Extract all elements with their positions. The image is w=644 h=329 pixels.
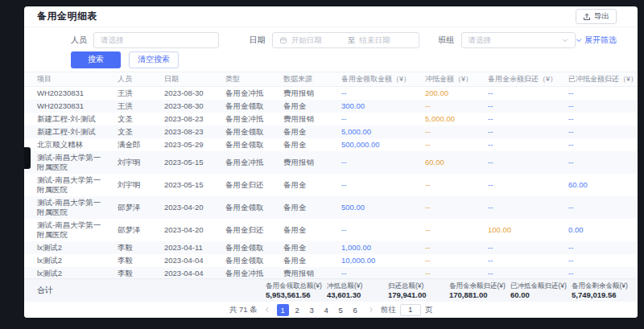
- chevron-down-icon: [576, 37, 582, 43]
- project-cell: WH20230831: [24, 86, 111, 100]
- goto-page-input[interactable]: [400, 304, 421, 316]
- page-button[interactable]: 6: [349, 304, 361, 316]
- page-button[interactable]: 4: [320, 304, 332, 316]
- page-button[interactable]: 3: [306, 304, 318, 316]
- table-row[interactable]: 新建工程-刘-测试文圣2023-08-23备用金领取备用金5,000.00---…: [24, 125, 638, 138]
- summary-item-label: 备用金余额归还(¥): [449, 282, 510, 290]
- amount-cell: --: [419, 254, 481, 267]
- source-cell: 备用金: [277, 254, 335, 267]
- export-button[interactable]: 导出: [576, 9, 617, 24]
- person-cell: 李毅: [111, 241, 158, 254]
- amount-cell: --: [481, 113, 562, 125]
- summary-item: 已冲抵金额归还(¥)60.00: [510, 282, 572, 299]
- summary-item-label: 已冲抵金额归还(¥): [510, 282, 572, 290]
- source-cell: 备用金: [277, 174, 335, 196]
- type-cell: 备用金冲抵: [219, 113, 277, 125]
- main-panel: 备用金明细表 导出 人员 请选择 日期 开始日期 至 结束日期 班组 请选择: [24, 6, 638, 318]
- source-cell: 费用报销: [277, 113, 335, 125]
- amount-cell: 60.00: [562, 174, 638, 196]
- source-cell: 费用报销: [277, 151, 335, 174]
- table-row[interactable]: WH20230831王洪2023-08-30备用金冲抵费用报销--200.00-…: [24, 86, 638, 100]
- clear-search-button[interactable]: 清空搜索: [129, 51, 179, 68]
- project-cell: lx测试2: [24, 267, 111, 279]
- total-row-label: 合计: [24, 285, 266, 296]
- filter-bar: 人员 请选择 日期 开始日期 至 结束日期 班组 请选择 展开筛选 搜索: [24, 27, 638, 72]
- person-cell: 文圣: [111, 125, 158, 138]
- project-cell: 新建工程-刘-测试: [24, 125, 111, 138]
- source-cell: 备用金: [277, 100, 335, 113]
- amount-cell: --: [335, 151, 419, 174]
- date-cell: 2023-04-11: [158, 241, 219, 254]
- amount-cell: --: [481, 267, 562, 279]
- amount-cell: --: [562, 196, 638, 219]
- table-row[interactable]: 测试-南昌大学第一附属医院刘宇明2023-05-15备用金冲抵费用报销--60.…: [24, 151, 638, 174]
- amount-cell: 300.00: [335, 100, 419, 113]
- table-row[interactable]: 测试-南昌大学第一附属医院邵梦泽2023-04-20备用金归还备用金----10…: [24, 219, 638, 241]
- page-buttons: 123456: [277, 304, 361, 316]
- column-header: 冲抵金额（¥）: [419, 72, 481, 86]
- date-range-picker[interactable]: 开始日期 至 结束日期: [272, 32, 419, 48]
- next-page-button[interactable]: [365, 304, 377, 316]
- prev-page-button[interactable]: [262, 304, 273, 316]
- source-cell: 备用金: [277, 138, 335, 151]
- export-icon: [583, 13, 591, 21]
- type-cell: 备用金领取: [219, 241, 277, 254]
- sidebar-collapse-handle[interactable]: [24, 147, 31, 169]
- project-cell: WH20230831: [24, 100, 111, 113]
- amount-cell: 5,000.00: [419, 113, 481, 125]
- column-header: 日期: [158, 72, 219, 86]
- project-cell: 测试-南昌大学第一附属医院: [24, 196, 111, 219]
- project-cell: 北京顺义精林: [24, 138, 111, 151]
- page-button[interactable]: 1: [277, 304, 289, 316]
- project-cell: 测试-南昌大学第一附属医院: [24, 174, 111, 196]
- amount-cell: --: [335, 113, 419, 125]
- table-row[interactable]: lx测试2李毅2023-04-04备用金领取备用金10,000.00------: [24, 254, 638, 267]
- page-header: 备用金明细表 导出: [24, 6, 638, 27]
- summary-item-value: 179,941.00: [388, 290, 449, 299]
- type-cell: 备用金领取: [219, 196, 277, 219]
- search-button[interactable]: 搜索: [71, 51, 121, 68]
- page-button[interactable]: 2: [291, 304, 303, 316]
- summary-item-value: 5,953,561.56: [266, 290, 327, 299]
- project-cell: lx测试2: [24, 241, 111, 254]
- summary-item-label: 备用金剩余金额(¥): [572, 282, 633, 290]
- amount-cell: --: [419, 219, 481, 241]
- source-cell: 备用金: [277, 241, 335, 254]
- source-cell: 备用金: [277, 125, 335, 138]
- amount-cell: 5,000.00: [335, 125, 419, 138]
- calendar-icon: [279, 36, 287, 44]
- table-row[interactable]: 北京顺义精林满金郎2023-05-29备用金领取备用金500,000.00---…: [24, 138, 638, 151]
- source-cell: 费用报销: [277, 267, 335, 279]
- amount-cell: --: [335, 267, 419, 279]
- person-cell: 邵梦泽: [111, 219, 158, 241]
- source-cell: 备用金: [277, 219, 335, 241]
- amount-cell: 1,000.00: [335, 241, 419, 254]
- table-container: 项目人员日期类型数据来源备用金领取金额（¥）冲抵金额（¥）备用金余额归还（¥）已…: [24, 72, 638, 278]
- summary-item-value: 5,749,019.56: [572, 290, 633, 299]
- table-row[interactable]: 测试-南昌大学第一附属医院邵梦泽2023-04-20备用金领取备用金500.00…: [24, 196, 638, 219]
- amount-cell: --: [335, 174, 419, 196]
- table-row[interactable]: 测试-南昌大学第一附属医院刘宇明2023-05-15备用金归还备用金------…: [24, 174, 638, 196]
- date-separator: 至: [348, 35, 356, 46]
- table-row[interactable]: 新建工程-刘-测试文圣2023-08-23备用金冲抵费用报销--5,000.00…: [24, 113, 638, 125]
- table-row[interactable]: lx测试2李毅2023-04-04备用金冲抵费用报销--------: [24, 267, 638, 279]
- amount-cell: --: [419, 196, 481, 219]
- date-start-placeholder: 开始日期: [291, 35, 344, 46]
- summary-item: 冲抵总额(¥)43,601.30: [327, 282, 388, 299]
- amount-cell: --: [481, 100, 562, 113]
- person-cell: 王洪: [111, 100, 158, 113]
- amount-cell: --: [335, 219, 419, 241]
- table-body: WH20230831王洪2023-08-30备用金冲抵费用报销--200.00-…: [24, 86, 638, 278]
- group-select[interactable]: 请选择: [461, 32, 576, 48]
- table-row[interactable]: WH20230831王洪2023-08-30备用金领取备用金300.00----…: [24, 100, 638, 113]
- amount-cell: --: [419, 100, 481, 113]
- amount-cell: 0.00: [562, 219, 638, 241]
- summary-item: 备用金余额归还(¥)170,881.00: [449, 282, 510, 299]
- date-cell: 2023-04-04: [158, 254, 219, 267]
- person-select[interactable]: 请选择: [93, 32, 219, 48]
- date-cell: 2023-08-30: [158, 86, 219, 100]
- person-cell: 文圣: [111, 113, 158, 125]
- page-button[interactable]: 5: [335, 304, 347, 316]
- expand-filters-link[interactable]: 展开筛选: [576, 35, 617, 46]
- table-row[interactable]: lx测试2李毅2023-04-11备用金领取备用金1,000.00------: [24, 241, 638, 254]
